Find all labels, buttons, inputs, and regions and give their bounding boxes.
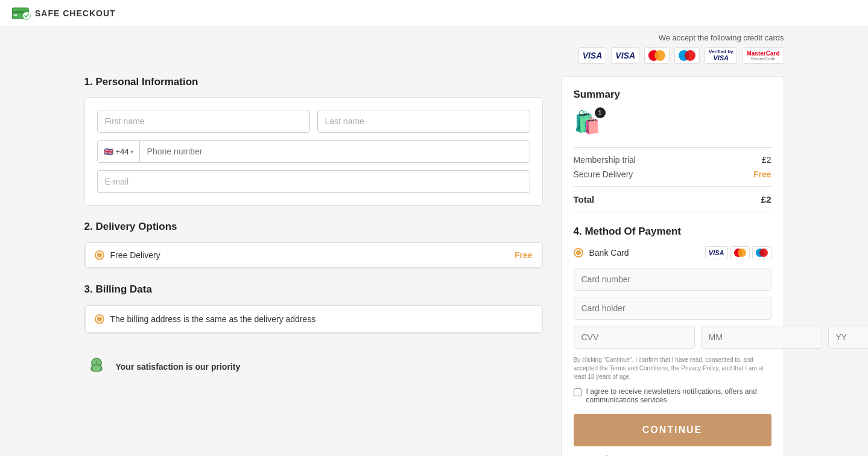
legal-text: By clicking "Continue", I confirm that I… <box>574 356 771 381</box>
last-name-input[interactable] <box>317 110 530 133</box>
total-label: Total <box>574 194 595 204</box>
delivery-row: Secure Delivery Free <box>574 169 771 179</box>
credit-cards-bar: We accept the following credit cards VIS… <box>72 27 796 64</box>
radio-inner <box>97 253 102 258</box>
svg-rect-2 <box>13 14 17 16</box>
cvv-input[interactable] <box>574 326 695 349</box>
credit-cards-label: We accept the following credit cards <box>84 33 784 42</box>
payment-left: Bank Card <box>574 248 629 258</box>
secure-delivery-label: Secure Delivery <box>574 169 633 179</box>
newsletter-row: I agree to receive newsletters notificat… <box>574 387 771 404</box>
logo: SAFE CHECKOUT <box>12 6 116 21</box>
billing-card: The billing address is the same as the d… <box>84 305 543 334</box>
bag-icon-wrapper: 🛍️ 1 <box>574 110 601 135</box>
delivery-left: Free Delivery <box>95 250 160 260</box>
payment-radio-inner <box>576 250 581 255</box>
secure-delivery-value: Free <box>753 169 771 179</box>
summary-bag-area: 🛍️ 1 <box>574 110 771 135</box>
billing-radio-inner <box>97 317 102 321</box>
email-input[interactable] <box>97 170 530 193</box>
mastercard-icon <box>644 47 670 64</box>
personal-info-title: 1. Personal Information <box>84 76 543 88</box>
payment-maestro-icon <box>752 246 771 259</box>
maestro-icon <box>674 47 700 64</box>
first-name-input[interactable] <box>97 110 310 133</box>
billing-radio[interactable] <box>95 314 104 324</box>
continue-button[interactable]: CONTINUE <box>574 414 771 446</box>
billing-option[interactable]: The billing address is the same as the d… <box>85 305 542 333</box>
mastercard-securecode-icon: MasterCard SecureCode <box>742 47 784 64</box>
phone-wrapper: 🇬🇧 +44 ▾ <box>97 140 530 163</box>
header: SAFE CHECKOUT <box>0 0 868 27</box>
svg-rect-9 <box>100 368 102 371</box>
newsletter-label: I agree to receive newsletters notificat… <box>586 387 771 404</box>
left-column: 1. Personal Information 🇬🇧 +44 ▾ 2. Deli… <box>84 76 543 385</box>
satisfaction-text: Your satisfaction is our priority <box>116 362 241 372</box>
country-code: +44 <box>116 147 129 156</box>
summary-divider <box>574 147 771 148</box>
svg-point-7 <box>92 366 101 372</box>
header-logo-text: SAFE CHECKOUT <box>35 8 116 18</box>
billing-section-title: 3. Billing Data <box>84 283 543 296</box>
payment-section-title: 4. Method Of Payment <box>574 226 771 238</box>
bank-card-label: Bank Card <box>589 248 629 258</box>
verified-by-visa-icon: Verified by VISA <box>705 47 737 64</box>
delivery-value: Free <box>515 250 533 260</box>
satisfaction-bar: Your satisfaction is our priority <box>84 349 543 385</box>
card-row3 <box>574 326 771 349</box>
expiry-yy-input[interactable] <box>828 326 869 349</box>
personal-info-card: 🇬🇧 +44 ▾ <box>84 97 543 206</box>
membership-row: Membership trial £2 <box>574 155 771 165</box>
item-count-badge: 1 <box>595 107 606 118</box>
payment-visa-icon: VISA <box>705 246 728 259</box>
summary-divider-2 <box>574 186 771 187</box>
card-holder-input[interactable] <box>574 297 771 320</box>
phone-input[interactable] <box>140 141 530 162</box>
svg-rect-8 <box>91 368 93 371</box>
safe-checkout-icon <box>12 6 31 21</box>
right-column: Summary 🛍️ 1 Membership trial £2 Secure … <box>561 76 784 456</box>
payment-card-icons: VISA <box>705 246 771 259</box>
summary-title: Summary <box>574 89 771 101</box>
phone-country-selector[interactable]: 🇬🇧 +44 ▾ <box>98 141 140 162</box>
billing-same-address-label: The billing address is the same as the d… <box>110 314 316 324</box>
membership-label: Membership trial <box>574 155 636 165</box>
svg-point-3 <box>23 12 31 20</box>
payment-radio[interactable] <box>574 248 583 258</box>
delivery-radio[interactable] <box>95 250 104 260</box>
payment-mc-icon <box>730 246 750 259</box>
dropdown-arrow-icon: ▾ <box>130 148 133 155</box>
delivery-section-title: 2. Delivery Options <box>84 221 543 233</box>
total-value: £2 <box>761 194 771 204</box>
delivery-label: Free Delivery <box>110 250 160 260</box>
payment-option: Bank Card VISA <box>574 246 771 259</box>
delivery-card: Free Delivery Free <box>84 242 543 268</box>
summary-card: Summary 🛍️ 1 Membership trial £2 Secure … <box>561 76 784 456</box>
membership-value: £2 <box>762 155 771 165</box>
credit-card-icons: VISA VISA Verified by VISA MasterCard Se… <box>84 47 784 64</box>
expiry-mm-input[interactable] <box>701 326 822 349</box>
summary-divider-3 <box>574 212 771 212</box>
newsletter-checkbox[interactable] <box>574 388 581 396</box>
visa2-icon: VISA <box>611 47 639 64</box>
delivery-option[interactable]: Free Delivery Free <box>85 242 542 268</box>
agent-icon <box>84 355 109 379</box>
card-number-input[interactable] <box>574 268 771 291</box>
uk-flag-icon: 🇬🇧 <box>104 147 113 156</box>
name-row <box>97 110 530 133</box>
total-row: Total £2 <box>574 194 771 204</box>
visa-icon: VISA <box>578 47 607 64</box>
main-container: 1. Personal Information 🇬🇧 +44 ▾ 2. Deli… <box>72 64 796 456</box>
